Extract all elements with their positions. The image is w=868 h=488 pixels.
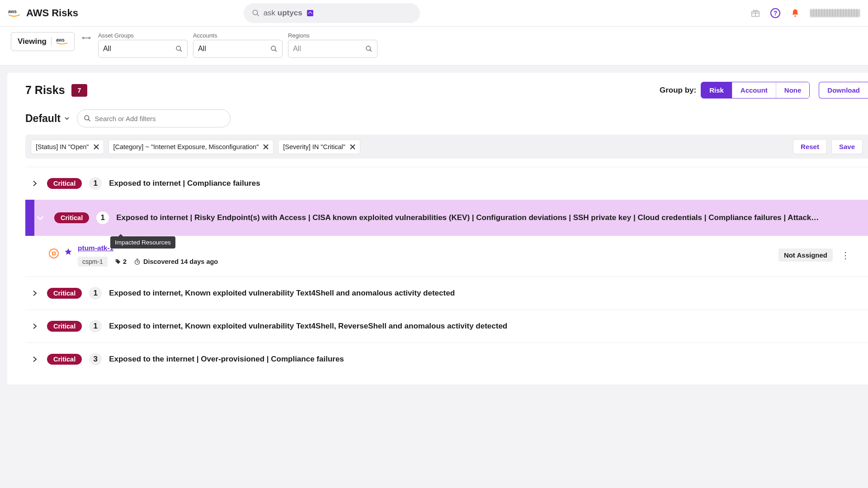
chip-actions: Reset Save bbox=[793, 139, 863, 154]
expand-toggle[interactable] bbox=[30, 178, 40, 188]
svg-line-2 bbox=[257, 14, 259, 16]
clock-icon bbox=[134, 258, 141, 265]
page-title: AWS Risks bbox=[26, 7, 78, 19]
gift-icon[interactable] bbox=[750, 8, 760, 18]
star-icon[interactable] bbox=[64, 248, 72, 256]
user-name[interactable] bbox=[810, 9, 860, 17]
close-icon[interactable] bbox=[94, 144, 99, 150]
resource-actions: Not Assigned ⋮ bbox=[778, 249, 859, 262]
expand-toggle[interactable] bbox=[35, 213, 45, 223]
group-by-account[interactable]: Account bbox=[732, 82, 776, 98]
saved-view-dropdown[interactable]: Default bbox=[25, 113, 71, 125]
search-icon bbox=[270, 45, 278, 52]
svg-line-16 bbox=[370, 50, 372, 52]
viewing-selector[interactable]: Viewing aws bbox=[11, 32, 75, 51]
help-icon[interactable]: ? bbox=[770, 8, 780, 18]
search-icon bbox=[84, 114, 91, 122]
accounts-select[interactable]: All bbox=[193, 40, 283, 58]
group-by-risk[interactable]: Risk bbox=[701, 82, 732, 98]
filter-chip[interactable]: [Severity] IN "Critical" bbox=[278, 140, 360, 154]
risk-title: Exposed to the internet | Over-provision… bbox=[109, 355, 868, 364]
assignment-badge[interactable]: Not Assigned bbox=[778, 249, 833, 262]
tag-icon bbox=[115, 258, 121, 265]
viewing-label: Viewing bbox=[18, 37, 47, 46]
global-search[interactable]: ask uptycs bbox=[244, 3, 420, 23]
risk-title: Exposed to internet | Compliance failure… bbox=[109, 179, 868, 188]
risk-title: Exposed to internet, Known exploited vul… bbox=[109, 322, 868, 331]
reset-button[interactable]: Reset bbox=[793, 139, 827, 154]
svg-point-25 bbox=[116, 260, 117, 261]
expand-toggle[interactable] bbox=[30, 288, 40, 298]
filter-label: Accounts bbox=[193, 32, 283, 39]
filter-chips-row: [Status] IN "Open" [Category] ~ "Interne… bbox=[25, 135, 868, 159]
regions-select[interactable]: All bbox=[288, 40, 377, 58]
impact-count: 1 bbox=[89, 287, 102, 300]
logo-area: aws AWS Risks bbox=[8, 7, 78, 19]
tag-count: 2 bbox=[115, 258, 127, 265]
expand-toggle[interactable] bbox=[30, 354, 40, 364]
aws-mini-logo: aws bbox=[56, 38, 68, 46]
top-icons: ? bbox=[750, 8, 860, 18]
risk-row[interactable]: Critical 1 Exposed to internet, Known ex… bbox=[25, 277, 868, 310]
severity-pill: Critical bbox=[47, 354, 82, 365]
aws-logo-icon: aws bbox=[8, 9, 20, 18]
group-by-segmented: Risk Account None bbox=[701, 82, 810, 99]
group-by-label: Group by: bbox=[660, 86, 696, 95]
filter-chip[interactable]: [Status] IN "Open" bbox=[31, 140, 104, 154]
risk-row[interactable]: Critical 1 Exposed to internet, Known ex… bbox=[25, 310, 868, 343]
group-by-area: Group by: Risk Account None Download bbox=[660, 82, 868, 99]
close-icon[interactable] bbox=[263, 144, 269, 150]
asset-groups-select[interactable]: All bbox=[98, 40, 188, 58]
discovered-time: Discovered 14 days ago bbox=[134, 258, 218, 265]
svg-text:aws: aws bbox=[8, 9, 17, 14]
search-icon bbox=[175, 45, 183, 52]
notifications-icon[interactable] bbox=[790, 8, 800, 18]
svg-point-1 bbox=[253, 10, 258, 15]
kebab-menu[interactable]: ⋮ bbox=[841, 250, 850, 261]
risk-row[interactable]: Critical 3 Exposed to the internet | Ove… bbox=[25, 343, 868, 375]
severity-pill: Critical bbox=[47, 321, 82, 332]
svg-point-17 bbox=[85, 116, 89, 120]
search-hint: ask uptycs bbox=[264, 9, 302, 18]
uptycs-badge-icon bbox=[307, 10, 313, 16]
tooltip: Impacted Resources bbox=[110, 236, 175, 249]
link-icon bbox=[82, 36, 91, 40]
impact-count: 1 bbox=[89, 177, 102, 190]
risks-panel: 7 Risks 7 Group by: Risk Account None Do… bbox=[7, 73, 868, 385]
account-pill: cspm-1 bbox=[78, 257, 108, 267]
search-icon bbox=[365, 45, 373, 52]
risks-title-area: 7 Risks 7 bbox=[25, 84, 87, 97]
risk-title: Exposed to internet, Known exploited vul… bbox=[109, 289, 868, 298]
subhead: Default bbox=[25, 109, 868, 127]
severity-pill: Critical bbox=[47, 288, 82, 299]
risk-list: Critical 1 Exposed to internet | Complia… bbox=[25, 167, 868, 375]
filter-label: Asset Groups bbox=[98, 32, 188, 39]
svg-point-11 bbox=[176, 46, 180, 50]
panel-header: 7 Risks 7 Group by: Risk Account None Do… bbox=[25, 82, 868, 99]
svg-point-8 bbox=[82, 37, 84, 39]
group-by-none[interactable]: None bbox=[776, 82, 810, 98]
topbar: aws AWS Risks ask uptycs ? bbox=[0, 0, 868, 27]
risk-row[interactable]: Critical 1 Exposed to internet | Risky E… bbox=[25, 200, 868, 236]
svg-point-6 bbox=[794, 15, 796, 17]
risk-row[interactable]: Critical 1 Exposed to internet | Complia… bbox=[25, 167, 868, 200]
download-button[interactable]: Download bbox=[819, 82, 868, 99]
svg-line-12 bbox=[180, 50, 182, 52]
impact-count: 1 bbox=[89, 320, 102, 333]
impact-count: 1 bbox=[96, 211, 109, 224]
risks-count-badge: 7 bbox=[71, 84, 88, 97]
accounts-filter: Accounts All bbox=[193, 32, 283, 58]
regions-filter: Regions All bbox=[288, 32, 377, 58]
risks-title: 7 Risks bbox=[25, 84, 65, 97]
divider bbox=[51, 37, 52, 46]
close-icon[interactable] bbox=[350, 144, 355, 150]
impact-count: 3 bbox=[89, 353, 102, 366]
filter-search[interactable] bbox=[77, 109, 231, 127]
chevron-down-icon bbox=[63, 115, 71, 122]
expand-toggle[interactable] bbox=[30, 321, 40, 331]
search-icon bbox=[252, 9, 260, 17]
filter-chip[interactable]: [Category] ~ "Internet Exposure, Misconf… bbox=[108, 140, 274, 154]
filter-search-input[interactable] bbox=[95, 115, 224, 122]
save-button[interactable]: Save bbox=[831, 139, 863, 154]
severity-pill: Critical bbox=[54, 212, 89, 223]
